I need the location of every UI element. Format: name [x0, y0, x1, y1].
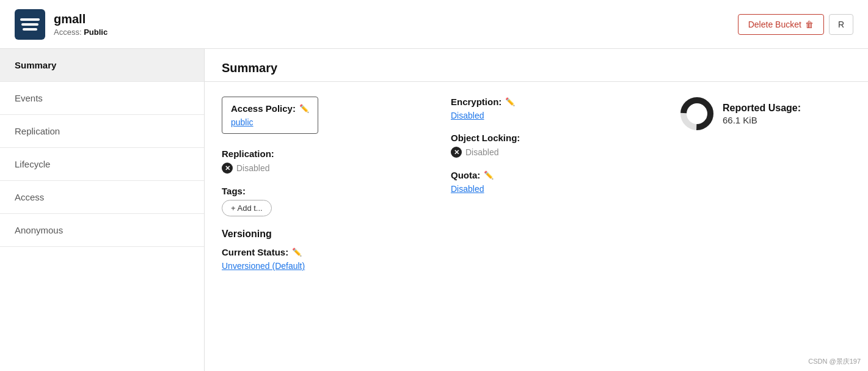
current-status-value[interactable]: Unversioned (Default): [222, 261, 426, 271]
edit-versioning-icon[interactable]: ✏️: [292, 248, 302, 257]
replication-section: Replication: ✕ Disabled: [222, 149, 426, 174]
summary-grid: Access Policy: ✏️ public Replication: ✕: [222, 97, 851, 271]
sidebar-item-lifecycle[interactable]: Lifecycle: [0, 148, 204, 181]
column-right: Reported Usage: 66.1 KiB: [680, 97, 851, 271]
versioning-title: Versioning: [222, 229, 426, 240]
access-policy-section: Access Policy: ✏️ public: [222, 97, 426, 136]
access-label: Access:: [54, 28, 82, 37]
add-tag-label: + Add t...: [231, 204, 263, 213]
access-policy-value[interactable]: public: [231, 117, 309, 127]
tags-section: Tags: + Add t...: [222, 186, 426, 216]
usage-section: Reported Usage: 66.1 KiB: [680, 97, 851, 131]
access-policy-label: Access Policy: ✏️: [231, 103, 309, 114]
delete-bucket-label: Delete Bucket: [748, 20, 801, 29]
sidebar-item-events[interactable]: Events: [0, 82, 204, 115]
edit-encryption-icon[interactable]: ✏️: [505, 97, 515, 106]
more-label: R: [838, 20, 844, 29]
encryption-value[interactable]: Disabled: [451, 111, 655, 120]
edit-quota-icon[interactable]: ✏️: [484, 171, 494, 180]
add-tag-button[interactable]: + Add t...: [222, 200, 272, 216]
sidebar-item-summary[interactable]: Summary: [0, 49, 204, 82]
page-title: Summary: [222, 61, 851, 75]
access-policy-box: Access Policy: ✏️ public: [222, 97, 318, 134]
access-value: Public: [84, 28, 108, 37]
content-area: 是否可以通过图片路径直接进行访问， private表示禁止访问，public 表…: [205, 82, 868, 285]
logo: [15, 9, 45, 40]
replication-disabled-icon: ✕: [222, 163, 233, 174]
header: gmall Access: Public Delete Bucket 🗑 R: [0, 0, 868, 49]
header-actions: Delete Bucket 🗑 R: [738, 14, 853, 35]
column-middle: Encryption: ✏️ Disabled Object Locking: …: [451, 97, 655, 271]
current-status-label: Current Status: ✏️: [222, 247, 426, 257]
usage-donut-chart: [680, 97, 714, 131]
current-status-section: Current Status: ✏️ Unversioned (Default): [222, 247, 426, 271]
tags-label: Tags:: [222, 186, 426, 196]
object-locking-section: Object Locking: ✕ Disabled: [451, 133, 655, 158]
main-header: Summary: [205, 49, 868, 82]
reported-usage-label: Reported Usage:: [723, 103, 801, 114]
column-left: Access Policy: ✏️ public Replication: ✕: [222, 97, 426, 271]
sidebar-item-replication[interactable]: Replication: [0, 115, 204, 148]
bucket-access: Access: Public: [54, 28, 738, 37]
delete-bucket-button[interactable]: Delete Bucket 🗑: [738, 14, 824, 35]
encryption-section: Encryption: ✏️ Disabled: [451, 97, 655, 120]
sidebar-item-anonymous[interactable]: Anonymous: [0, 214, 204, 247]
logo-line-3: [23, 28, 37, 31]
logo-line-2: [21, 23, 38, 26]
bucket-name: gmall: [54, 12, 738, 26]
replication-label: Replication:: [222, 149, 426, 159]
quota-section: Quota: ✏️ Disabled: [451, 170, 655, 194]
quota-label: Quota: ✏️: [451, 170, 655, 180]
object-locking-label: Object Locking:: [451, 133, 655, 143]
sidebar: Summary Events Replication Lifecycle Acc…: [0, 49, 205, 371]
object-locking-value: ✕ Disabled: [451, 147, 655, 158]
object-locking-disabled-icon: ✕: [451, 147, 462, 158]
replication-value: ✕ Disabled: [222, 163, 426, 174]
main-content: Summary 是否可以通过图片路径直接进行访问， private表示禁止访问，…: [205, 49, 868, 371]
sidebar-item-access[interactable]: Access: [0, 181, 204, 214]
trash-icon: 🗑: [805, 20, 814, 29]
watermark: CSDN @景庆197: [808, 357, 861, 366]
encryption-label: Encryption: ✏️: [451, 97, 655, 107]
logo-line-1: [20, 18, 40, 21]
reported-usage-value: 66.1 KiB: [723, 115, 801, 125]
versioning-section: Versioning Current Status: ✏️ Unversione…: [222, 229, 426, 271]
edit-access-policy-icon[interactable]: ✏️: [299, 104, 309, 113]
header-info: gmall Access: Public: [54, 12, 738, 37]
usage-info: Reported Usage: 66.1 KiB: [723, 103, 801, 125]
more-button[interactable]: R: [829, 14, 853, 35]
quota-value[interactable]: Disabled: [451, 184, 655, 194]
main-layout: Summary Events Replication Lifecycle Acc…: [0, 49, 868, 371]
